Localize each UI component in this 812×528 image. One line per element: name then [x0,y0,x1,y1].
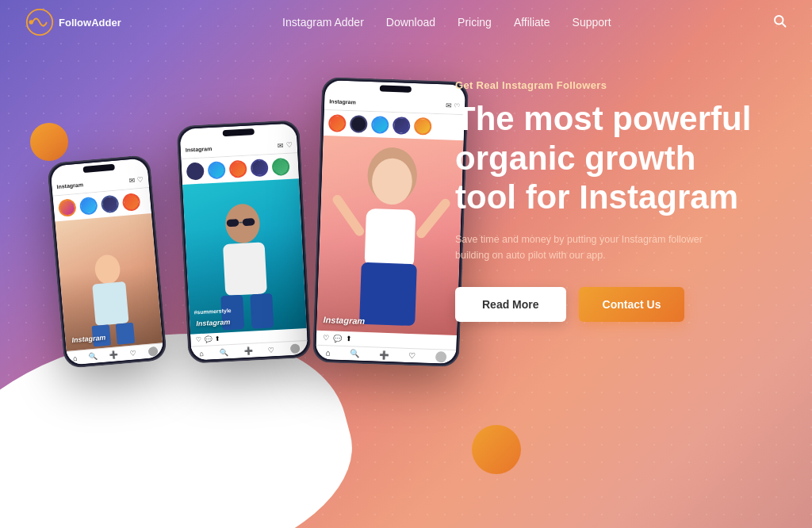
nav-item-instagram-adder[interactable]: Instagram Adder [282,15,364,29]
insta-logo-3: Instagram [329,98,356,105]
contact-us-button[interactable]: Contact Us [579,287,685,322]
svg-line-3 [782,23,785,26]
phone-mockup-1: Instagram ✉ ♡ [47,155,167,369]
read-more-button[interactable]: Read More [455,287,566,322]
nav-item-pricing[interactable]: Pricing [458,15,492,29]
svg-rect-10 [243,218,255,226]
hero-description: Save time and money by putting your Inst… [455,231,709,263]
svg-rect-20 [359,262,417,326]
nav-item-affiliate[interactable]: Affiliate [514,15,550,29]
svg-line-18 [421,203,446,235]
svg-rect-12 [223,242,267,296]
phone-mockup-3: Instagram ✉ ♡ [312,77,469,367]
svg-rect-9 [227,219,239,227]
nav-links-list: Instagram Adder Download Pricing Affilia… [282,15,611,29]
phone-mockup-2: Instagram ✉ ♡ [176,120,311,364]
hero-subtitle: Get Real Instagram Followers [455,79,764,91]
nav-item-support[interactable]: Support [573,15,611,29]
phone-notch-3 [379,85,411,92]
logo[interactable]: FollowAdder [25,8,121,36]
svg-point-1 [29,20,33,24]
svg-rect-7 [116,323,136,345]
svg-rect-19 [364,209,416,269]
hero-content: Get Real Instagram Followers The most po… [455,79,764,322]
svg-point-4 [94,254,122,285]
phone-screen-2: Instagram ✉ ♡ [179,123,308,360]
hero-title: The most powerful organic growth tool fo… [455,99,764,217]
svg-rect-14 [251,293,274,329]
hero-buttons: Read More Contact Us [455,287,764,322]
phone-screen-1: Instagram ✉ ♡ [50,158,163,365]
svg-line-17 [336,200,361,231]
phone-screen-3: Instagram ✉ ♡ [316,80,465,364]
instagram-watermark-3: Instagram [323,315,365,326]
insta-logo-1: Instagram [56,182,83,189]
search-icon[interactable] [772,13,787,31]
decorative-circle-bottom [472,425,521,474]
nav-item-download[interactable]: Download [386,15,435,29]
phones-container: Instagram ✉ ♡ [48,55,468,499]
svg-rect-5 [92,281,128,326]
main-navigation: FollowAdder Instagram Adder Download Pri… [0,0,812,44]
logo-text: FollowAdder [59,17,121,28]
insta-logo-2: Instagram [186,146,213,153]
